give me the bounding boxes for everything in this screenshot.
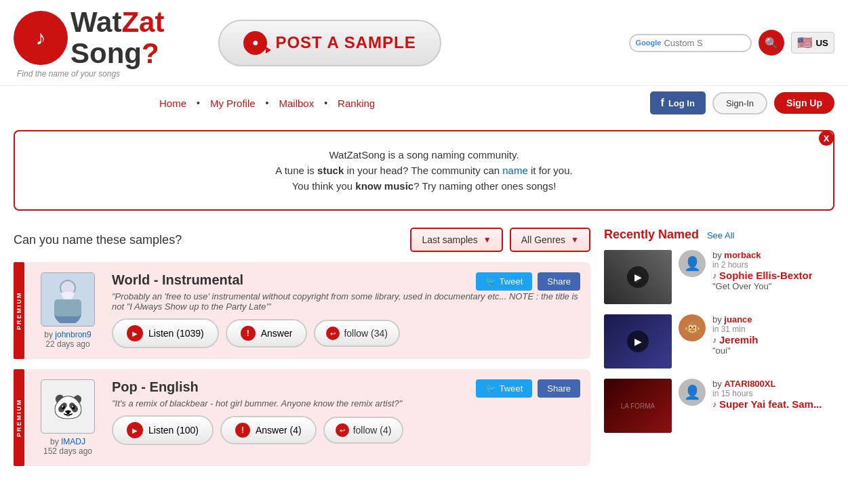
nav-ranking[interactable]: Ranking <box>331 98 382 109</box>
listen-button[interactable]: ▶ Listen (1039) <box>112 318 219 348</box>
named-time: 31 min <box>721 324 746 334</box>
share-button[interactable]: Share <box>538 379 580 398</box>
see-all-link[interactable]: See All <box>707 230 734 240</box>
named-time: 2 hours <box>721 260 748 270</box>
named-item: ♪ ▶ 👤 by morback in 2 hours ♪ Sophie Ell… <box>604 250 834 304</box>
main-content: Can you name these samples? Last samples… <box>0 221 848 483</box>
avatar <box>41 272 95 327</box>
named-by-link[interactable]: ATARI800XL <box>724 379 775 389</box>
named-info: by ATARI800XL in 15 hours ♪ Super Yai fe… <box>712 379 834 410</box>
listen-button[interactable]: ▶ Listen (100) <box>112 415 214 445</box>
sample-card: PREMIUM 🐼 by IMADJ 152 days ago Pop - En… <box>14 369 590 466</box>
svg-rect-3 <box>54 299 81 316</box>
answer-icon: ! <box>241 326 256 341</box>
search-box: Google <box>629 34 752 52</box>
artist-link[interactable]: Super Yai feat. Sam... <box>719 398 822 410</box>
card-header: 🐼 by IMADJ 152 days ago Pop - English 🐦 … <box>34 379 580 456</box>
last-samples-dropdown[interactable]: Last samples ▼ <box>410 228 502 252</box>
language-button[interactable]: 🇺🇸 US <box>791 32 834 54</box>
music-icon: ♪ <box>712 271 716 280</box>
logo-q: ? <box>142 37 159 69</box>
signup-button[interactable]: Sign Up <box>774 92 834 114</box>
answer-button[interactable]: ! Answer <box>226 319 308 348</box>
user-avatar: 👤 <box>679 379 706 406</box>
fb-login-label: Log In <box>668 98 695 108</box>
follow-icon: ↩ <box>326 327 340 340</box>
follow-button[interactable]: ↩ follow (4) <box>323 417 404 444</box>
card-body: Pop - English 🐦 Tweet Share "It's a remi… <box>112 379 580 445</box>
nav-home[interactable]: Home <box>153 98 193 109</box>
avatar: 🐼 <box>41 379 95 434</box>
info-banner: X WatZatSong is a song naming community.… <box>14 130 834 211</box>
username-link[interactable]: IMADJ <box>61 437 85 446</box>
nav-mailbox[interactable]: Mailbox <box>272 98 321 109</box>
recently-named-header: Recently Named See All <box>604 228 834 242</box>
microphone-icon: ● <box>243 31 267 55</box>
filter-bar: Can you name these samples? Last samples… <box>14 228 590 252</box>
named-time: 15 hours <box>721 389 753 398</box>
thumbnail-image: LA FORMA <box>604 379 672 433</box>
flag-icon: 🇺🇸 <box>797 35 812 50</box>
artist-link[interactable]: Jeremih <box>719 334 759 345</box>
named-info: by juance in 31 min ♪ Jeremih "oui" <box>712 314 834 356</box>
post-time: 22 days ago <box>45 339 89 349</box>
search-button[interactable]: 🔍 <box>759 30 784 56</box>
named-by-link[interactable]: juance <box>724 314 752 324</box>
navigation: Home • My Profile • Mailbox • Ranking f … <box>0 86 848 120</box>
google-label: Google <box>636 39 662 47</box>
music-icon: ♪ <box>712 335 716 345</box>
all-genres-dropdown[interactable]: All Genres ▼ <box>510 228 590 252</box>
banner-line3: You think you know music? Try naming oth… <box>28 180 820 192</box>
card-description: "It's a remix of blackbear - hot girl bu… <box>112 398 580 408</box>
named-info: by morback in 2 hours ♪ Sophie Ellis-Bex… <box>712 250 834 291</box>
artist-link[interactable]: Sophie Ellis-Bextor <box>719 270 813 281</box>
chevron-down-icon: ▼ <box>571 235 579 245</box>
user-info: by johnbron9 22 days ago <box>44 330 91 349</box>
tweet-button[interactable]: 🐦 Tweet <box>476 379 533 398</box>
header: WatZat Song? Find the name of your songs… <box>0 0 848 86</box>
card-actions-top: 🐦 Tweet Share <box>476 272 580 291</box>
follow-icon: ↩ <box>336 423 349 437</box>
card-description: "Probably an 'free to use' instrumental … <box>112 291 580 312</box>
nav-my-profile[interactable]: My Profile <box>203 98 262 109</box>
avatar-area: by johnbron9 22 days ago <box>34 272 102 349</box>
banner-line1: WatZatSong is a song naming community. <box>28 149 820 161</box>
card-actions-bottom: ▶ Listen (1039) ! Answer ↩ follow (34) <box>112 318 580 348</box>
tweet-button[interactable]: 🐦 Tweet <box>476 272 533 291</box>
samples-heading: Can you name these samples? <box>14 233 182 247</box>
song-title: "Get Over You" <box>712 281 771 291</box>
recently-named-title: Recently Named <box>604 228 699 241</box>
card-title: Pop - English <box>112 379 199 395</box>
play-icon: ▶ <box>127 422 143 438</box>
music-icon: ♪ <box>712 400 716 409</box>
user-avatar: 👤 <box>679 250 706 277</box>
follow-button[interactable]: ↩ follow (34) <box>314 320 400 347</box>
premium-label: PREMIUM <box>14 369 24 466</box>
answer-button[interactable]: ! Answer (4) <box>220 416 317 444</box>
user-info: by IMADJ 152 days ago <box>43 437 92 456</box>
card-body: World - Instrumental 🐦 Tweet Share "Prob… <box>112 272 580 348</box>
signin-button[interactable]: Sign-In <box>712 92 767 114</box>
person-icon <box>47 276 88 323</box>
named-by-link[interactable]: morback <box>724 250 761 260</box>
post-sample-button[interactable]: ● POST A SAMPLE <box>218 20 441 66</box>
search-input[interactable] <box>664 38 745 48</box>
close-button[interactable]: X <box>819 131 834 146</box>
card-actions-top: 🐦 Tweet Share <box>476 379 580 398</box>
card-title: World - Instrumental <box>112 272 243 288</box>
logo-wat: Wat <box>70 6 121 38</box>
named-item: ▶ 🐵 by juance in 31 min ♪ Jeremih "oui" <box>604 314 834 369</box>
username-link[interactable]: johnbron9 <box>55 330 91 339</box>
filter-dropdowns: Last samples ▼ All Genres ▼ <box>410 228 590 252</box>
share-button[interactable]: Share <box>538 272 580 291</box>
fb-login-button[interactable]: f Log In <box>650 91 706 114</box>
card-header: by johnbron9 22 days ago World - Instrum… <box>34 272 580 349</box>
play-icon: ▶ <box>127 325 143 341</box>
avatar-area: 🐼 by IMADJ 152 days ago <box>34 379 102 456</box>
banner-name-link[interactable]: name <box>502 165 528 176</box>
named-thumbnail: ▶ <box>604 314 672 369</box>
song-title: "oui" <box>712 345 731 356</box>
logo: WatZat Song? <box>14 7 164 69</box>
right-panel: Recently Named See All ♪ ▶ 👤 by morback … <box>604 228 834 476</box>
left-panel: Can you name these samples? Last samples… <box>14 228 590 476</box>
